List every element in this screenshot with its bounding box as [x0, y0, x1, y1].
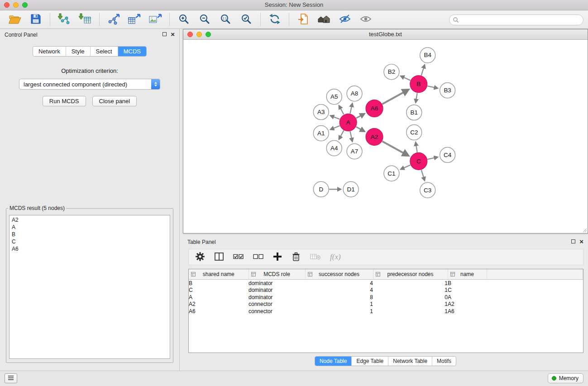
column-header-predecessor-nodes[interactable]: predecessor nodes [373, 269, 448, 280]
tab-edge-table[interactable]: Edge Table [351, 357, 388, 366]
tab-mcds[interactable]: MCDS [118, 47, 146, 56]
float-panel-icon[interactable] [571, 239, 575, 243]
mcds-result-item: C [12, 238, 167, 245]
export-image-icon [148, 13, 162, 26]
hide-graphics-details-button[interactable] [336, 12, 354, 27]
deselect-all-columns-button[interactable] [253, 253, 264, 262]
graph-edge-C-C3[interactable] [421, 170, 425, 180]
select-all-columns-button[interactable] [233, 253, 244, 262]
main-toolbar: 1:1 [0, 10, 588, 29]
close-panel-icon[interactable] [579, 239, 583, 244]
tab-node-table[interactable]: Node Table [315, 357, 352, 366]
mcds-result-item: B [12, 231, 167, 238]
toolbar-separator [50, 13, 50, 26]
run-mcds-button[interactable]: Run MCDS [43, 96, 86, 106]
graph-edge-A2-C[interactable] [382, 141, 408, 156]
svg-text:1:1: 1:1 [222, 16, 227, 19]
export-network-button[interactable] [105, 12, 122, 27]
graph-edge-A-A4[interactable] [339, 130, 344, 139]
open-session-button[interactable] [6, 12, 24, 27]
graph-edge-A-A2[interactable] [356, 127, 365, 131]
graph-edge-A-A8[interactable] [350, 104, 352, 114]
network-canvas[interactable]: B4B2BB3A8A5A6B1A3AC2A1A2A4A7C4CC1C3DD1 [183, 40, 588, 233]
save-session-button[interactable] [27, 12, 44, 27]
graph-edge-B-B2[interactable] [401, 76, 410, 81]
column-header-successor-nodes[interactable]: successor nodes [305, 269, 373, 280]
table-settings-button[interactable] [195, 252, 205, 263]
optimization-criterion-select[interactable]: largest connected component (directed) [19, 79, 160, 90]
graph-edge-A-A3[interactable] [330, 116, 339, 119]
graph-edge-A6-B[interactable] [382, 90, 408, 104]
delete-row-button[interactable] [291, 252, 301, 263]
memory-button[interactable]: Memory [548, 373, 583, 383]
graph-node-label: A6 [371, 105, 378, 112]
table-row[interactable]: Adominator80A [189, 294, 583, 301]
control-panel-title: Control Panel [5, 32, 38, 38]
float-panel-icon[interactable] [163, 32, 167, 36]
import-table-button[interactable] [76, 12, 94, 27]
graph-edge-C-C4[interactable] [427, 157, 438, 159]
graph-node-label: A7 [351, 148, 358, 155]
tab-select[interactable]: Select [90, 47, 118, 56]
graph-edge-A-A6[interactable] [356, 114, 364, 118]
search-input[interactable] [459, 16, 583, 24]
window-resize-handle[interactable] [582, 228, 587, 233]
home-button[interactable] [316, 12, 333, 27]
table-header-row: shared nameMCDS rolesuccessor nodesprede… [189, 269, 583, 280]
show-graphics-details-button[interactable] [357, 12, 374, 27]
graph-edge-A-A7[interactable] [350, 131, 352, 142]
mcds-result-list[interactable]: A2ABCA6 [9, 215, 170, 359]
refresh-button[interactable] [266, 12, 283, 27]
clear-table-button[interactable] [310, 253, 321, 262]
network-graph[interactable]: B4B2BB3A8A5A6B1A3AC2A1A2A4A7C4CC1C3DD1 [183, 40, 588, 233]
graph-edge-B-B1[interactable] [416, 93, 417, 103]
graph-node-label: C1 [387, 170, 395, 177]
graph-edge-A-A1[interactable] [330, 126, 340, 129]
main-area: Control Panel NetworkStyleSelectMCDS Opt… [0, 29, 588, 371]
home-icon [317, 13, 331, 26]
table-clear-icon [310, 253, 321, 262]
eye-icon [359, 14, 372, 26]
control-panel-header: Control Panel [0, 29, 179, 43]
graph-edge-C-C1[interactable] [401, 165, 410, 170]
tab-network[interactable]: Network [33, 47, 66, 56]
zoom-in-button[interactable] [175, 12, 192, 27]
graph-edge-B-B3[interactable] [427, 86, 438, 88]
graph-edge-B-B4[interactable] [421, 65, 425, 75]
function-icon: f(x) [330, 253, 341, 262]
table-row[interactable]: Cdominator41C [189, 287, 583, 294]
document-arrow-button[interactable] [295, 12, 312, 27]
graph-node-label: A3 [317, 109, 325, 115]
tab-style[interactable]: Style [66, 47, 90, 56]
export-network-icon [107, 13, 120, 26]
close-panel-icon[interactable] [171, 32, 175, 37]
zoom-out-button[interactable] [196, 12, 213, 27]
task-history-button[interactable] [5, 373, 17, 383]
add-row-button[interactable] [273, 252, 282, 262]
graph-edge-A-A5[interactable] [339, 105, 344, 114]
zoom-fit-button[interactable] [238, 12, 255, 27]
export-table-button[interactable] [126, 12, 143, 27]
export-image-button[interactable] [147, 12, 164, 27]
table-tabs: Node TableEdge TableNetwork TableMotifs [183, 356, 588, 366]
table-row[interactable]: A2connector11A2 [189, 301, 583, 308]
import-network-button[interactable] [56, 12, 73, 27]
column-header-name[interactable]: name [448, 269, 487, 280]
table-row[interactable]: Bdominator41B [189, 280, 583, 287]
mcds-result-item: A6 [12, 245, 167, 253]
open-folder-icon [8, 13, 22, 26]
network-window-titlebar: testGlobe.txt [183, 29, 588, 40]
column-header-mcds-role[interactable]: MCDS role [249, 269, 305, 280]
graph-node-label: C [416, 158, 421, 165]
split-panel-button[interactable] [214, 252, 224, 263]
graph-node-label: B1 [411, 109, 418, 116]
table-row[interactable]: A6connector11A6 [189, 308, 583, 315]
status-bar: Memory [0, 371, 588, 386]
zoom-actual-size-button[interactable]: 1:1 [217, 12, 234, 27]
tab-motifs[interactable]: Motifs [432, 357, 456, 366]
graph-edge-C-C2[interactable] [416, 143, 417, 152]
close-panel-button[interactable]: Close panel [92, 96, 137, 106]
tab-network-table[interactable]: Network Table [388, 357, 432, 366]
apply-function-button[interactable]: f(x) [330, 253, 341, 262]
column-header-shared-name[interactable]: shared name [189, 269, 249, 280]
